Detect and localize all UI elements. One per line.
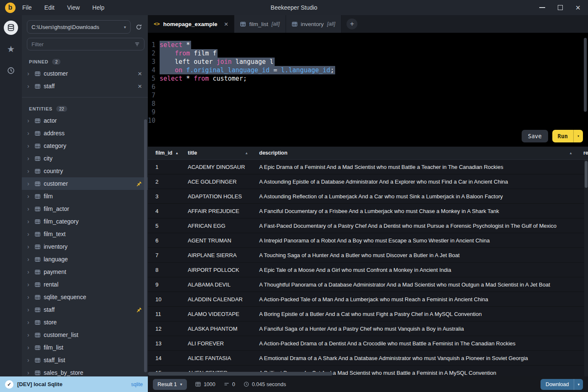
chevron-right-icon[interactable]: › [27,306,32,313]
sidebar-scrollbar[interactable] [144,119,147,372]
pinned-item-staff[interactable]: ›staff× [22,80,148,92]
cell[interactable]: 8 [155,267,188,273]
cell[interactable]: A Action-Packed Drama of a Dentist And a… [259,340,583,347]
save-button[interactable]: Save [522,130,548,142]
cell[interactable]: A Intrepid Panorama of a Robot And a Boy… [259,237,583,244]
column-header-release_year[interactable]: release_year [583,150,588,156]
filter-icon[interactable] [134,42,140,47]
chevron-right-icon[interactable]: › [27,168,32,174]
table-row[interactable]: 3ADAPTATION HOLESA Astounding Reflection… [148,189,588,204]
filter-input[interactable] [32,41,131,47]
cell[interactable]: 4 [155,208,188,214]
entity-item-rental[interactable]: ›rental [22,278,148,291]
entity-item-customer_list[interactable]: ›customer_list [22,329,148,341]
cell[interactable]: ALADDIN CALENDAR [188,296,259,303]
close-tab-icon[interactable]: × [224,21,228,28]
cell[interactable]: AGENT TRUMAN [188,237,259,244]
entity-item-film_text[interactable]: ›film_text [22,228,148,240]
cell[interactable]: 3 [155,193,188,200]
table-row[interactable]: 1ACADEMY DINOSAURA Epic Drama of a Femin… [148,160,588,174]
favorites-panel-icon[interactable]: ★ [4,42,18,56]
cell[interactable]: ALICE FANTASIA [188,355,259,361]
download-button[interactable]: Download ▾ [541,379,583,390]
table-row[interactable]: 6AGENT TRUMANA Intrepid Panorama of a Ro… [148,233,588,248]
sort-icon[interactable]: ▲ [245,151,248,155]
cell[interactable]: AFRICAN EGG [188,223,259,229]
chevron-right-icon[interactable]: › [27,231,32,237]
chevron-right-icon[interactable]: › [27,256,32,263]
cell[interactable]: ACADEMY DINOSAUR [188,164,259,170]
entity-item-film_actor[interactable]: ›film_actor [22,203,148,215]
editor-scrollbar[interactable] [584,38,587,112]
entity-item-language[interactable]: ›language [22,253,148,266]
code-line[interactable]: 2 from film f [148,49,588,58]
table-row[interactable]: 5AFRICAN EGGA Fast-Paced Documentary of … [148,218,588,233]
entity-item-country[interactable]: ›country [22,165,148,177]
results-horizontal-scrollbar[interactable] [148,372,333,376]
results-vertical-scrollbar[interactable] [584,160,588,376]
cell[interactable]: 11 [155,311,188,317]
tab-inventory[interactable]: inventory[all] [286,15,341,33]
history-panel-icon[interactable] [4,63,18,78]
entity-item-inventory[interactable]: ›inventory [22,240,148,253]
menu-edit[interactable]: Edit [45,4,55,11]
cell[interactable]: 9 [155,282,188,288]
download-options-chevron-icon[interactable]: ▾ [574,382,583,387]
cell[interactable]: 5 [155,223,188,229]
cell[interactable]: AIRPLANE SIERRA [188,252,259,258]
minimize-icon[interactable] [539,7,545,8]
entity-item-film_category[interactable]: ›film_category [22,215,148,228]
cell[interactable]: 6 [155,237,188,244]
chevron-right-icon[interactable]: › [27,218,32,225]
chevron-right-icon[interactable]: › [27,281,32,288]
chevron-right-icon[interactable]: › [27,369,32,376]
cell[interactable]: 10 [155,296,188,303]
chevron-right-icon[interactable]: › [27,243,32,250]
table-row[interactable]: 8AIRPORT POLLOCKA Epic Tale of a Moose A… [148,263,588,277]
run-button[interactable]: Run ▾ [552,130,583,142]
cell[interactable]: A Epic Tale of a Moose And a Girl who mu… [259,267,583,273]
table-row[interactable]: 14ALICE FANTASIAA Emotional Drama of a A… [148,351,588,366]
table-row[interactable]: 12ALASKA PHANTOMA Fanciful Saga of a Hun… [148,321,588,336]
entity-item-category[interactable]: ›category [22,139,148,152]
table-row[interactable]: 13ALI FOREVERA Action-Packed Drama of a … [148,336,588,351]
chevron-right-icon[interactable]: › [27,142,32,149]
cell[interactable]: ALABAMA DEVIL [188,282,259,288]
pinned-item-customer[interactable]: ›customer× [22,67,148,80]
connection-status-segment[interactable]: ✓ [DEV] local Sqlite sqlite [0,376,148,392]
chevron-right-icon[interactable]: › [27,357,32,363]
menu-file[interactable]: File [22,4,32,11]
code-line[interactable]: 7 [148,91,588,100]
refresh-icon[interactable] [133,21,144,33]
chevron-right-icon[interactable]: › [27,117,32,124]
cell[interactable]: A Touching Saga of a Hunter And a Butler… [259,252,583,258]
chevron-right-icon[interactable]: › [27,294,32,300]
chevron-right-icon[interactable]: › [27,344,32,351]
new-tab-icon[interactable]: + [346,18,357,29]
table-row[interactable]: 4AFFAIR PREJUDICEA Fanciful Documentary … [148,204,588,218]
code-line[interactable]: 3 left outer join language l [148,58,588,66]
code-line[interactable]: 9 [148,108,588,116]
chevron-right-icon[interactable]: › [27,130,32,137]
pin-icon[interactable] [136,307,142,313]
table-row[interactable]: 11ALAMO VIDEOTAPEA Boring Epistle of a B… [148,307,588,321]
chevron-right-icon[interactable]: › [27,193,32,200]
entity-item-store[interactable]: ›store [22,316,148,329]
tab-homepage_example[interactable]: <>homepage_example× [148,15,234,33]
cell[interactable]: 12 [155,326,188,332]
cell[interactable]: A Action-Packed Tale of a Man And a Lumb… [259,296,583,303]
download-button-label[interactable]: Download [541,381,574,387]
entity-item-payment[interactable]: ›payment [22,266,148,278]
entity-item-address[interactable]: ›address [22,127,148,139]
run-button-label[interactable]: Run [552,132,573,140]
cell[interactable]: 7 [155,252,188,258]
entity-item-film_list[interactable]: ›film_list [22,341,148,354]
results-vertical-scrollbar-thumb[interactable] [585,161,588,188]
chevron-right-icon[interactable]: › [27,319,32,326]
table-row[interactable]: 10ALADDIN CALENDARA Action-Packed Tale o… [148,292,588,307]
cell[interactable]: 2 [155,179,188,185]
entity-item-film[interactable]: ›film [22,190,148,203]
code-line[interactable]: 4 on f.original_language_id = l.language… [148,66,588,74]
cell[interactable]: ALAMO VIDEOTAPE [188,311,259,317]
result-tab-button[interactable]: Result 1 ▾ [153,379,187,390]
